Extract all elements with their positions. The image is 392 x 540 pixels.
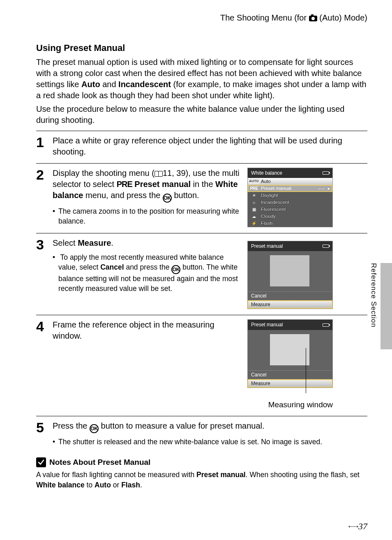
cancel-option[interactable]: Cancel (248, 291, 332, 300)
intro-paragraph-2: Use the procedure below to measure the w… (36, 104, 367, 126)
preset-manual-panel: Preset manual Cancel Measure (247, 241, 333, 309)
wb-item-flash[interactable]: ⚡ Flash (248, 220, 332, 227)
sun-icon: ☀ (249, 193, 258, 198)
step-4-figure: Preset manual Cancel Measure Measuring w… (247, 319, 333, 410)
measuring-window-caption: Measuring window (247, 399, 333, 410)
wb-item-preset-manual[interactable]: PRE Preset manual – – ▸ (248, 185, 332, 192)
page-number: ←→ 37 (347, 520, 367, 533)
white-balance-panel: White balance AUTO Auto PRE Preset manua… (247, 168, 333, 227)
step-number: 2 (36, 168, 48, 182)
step-5: 5 Press the OK button to measure a value… (36, 416, 367, 453)
camera-icon (309, 16, 317, 21)
panel-title: Preset manual (251, 243, 283, 249)
cancel-option[interactable]: Cancel (248, 370, 332, 379)
page-header: The Shooting Menu (for (Auto) Mode) (36, 12, 367, 23)
reference-glyph-icon: ←→ (347, 521, 357, 532)
panel-title-bar: White balance (248, 168, 332, 178)
wb-item-incandescent[interactable]: ☼ Incandescent (248, 199, 332, 206)
step-2-bullet: The camera zooms in to the position for … (58, 207, 242, 226)
panel-title-bar: Preset manual (248, 320, 332, 330)
step-2-bullets: The camera zooms in to the position for … (58, 207, 242, 226)
ok-icon: OK (171, 265, 180, 274)
preview-swatch (270, 255, 309, 286)
step-4-text: Frame the reference object in the measur… (53, 319, 242, 342)
step-1-text: Place a white or gray reference object u… (53, 135, 367, 157)
wb-item-daylight[interactable]: ☀ Daylight (248, 192, 332, 199)
step-3-text: Select Measure. (53, 238, 242, 249)
step-5-bullet: The shutter is released and the new whit… (58, 437, 367, 447)
chevron-right-icon: ▸ (328, 186, 330, 192)
step-number: 5 (36, 420, 48, 434)
ok-icon: OK (90, 424, 99, 433)
step-2-text: Display the shooting menu (11, 39), use … (53, 168, 242, 203)
measure-option[interactable]: Measure (248, 300, 332, 309)
step-3: 3 Select Measure. To apply the most rece… (36, 233, 367, 315)
step-3-bullet: To apply the most recently measured whit… (58, 253, 242, 293)
step-1: 1 Place a white or gray reference object… (36, 131, 367, 163)
side-tab (380, 263, 392, 349)
step-5-bullets: The shutter is released and the new whit… (58, 437, 367, 447)
steps-list: 1 Place a white or gray reference object… (36, 131, 367, 453)
measure-option[interactable]: Measure (248, 379, 332, 388)
fluorescent-icon: ▦ (249, 207, 258, 212)
callout-line (306, 348, 306, 393)
notes-section: Notes About Preset Manual A value for fl… (36, 457, 367, 490)
step-3-bullets: To apply the most recently measured whit… (58, 253, 242, 293)
intro-paragraph-1: The preset manual option is used with mi… (36, 57, 367, 101)
notes-heading: Notes About Preset Manual (36, 457, 367, 468)
section-title: Using Preset Manual (36, 42, 367, 54)
step-2: 2 Display the shooting menu (11, 39), us… (36, 163, 367, 233)
battery-icon (323, 245, 329, 248)
step-number: 1 (36, 135, 48, 149)
check-icon (36, 457, 46, 467)
step-number: 3 (36, 238, 48, 252)
preset-preview-area (248, 251, 332, 291)
wb-item-auto[interactable]: AUTO Auto (248, 178, 332, 185)
header-prefix: The Shooting Menu (for (220, 13, 309, 22)
cloud-icon: ☁ (249, 214, 258, 219)
side-label: Reference Section (369, 263, 378, 328)
panel-title: Preset manual (251, 321, 283, 328)
wb-item-fluorescent[interactable]: ▦ Fluorescent (248, 206, 332, 213)
preset-manual-panel-2: Preset manual Cancel Measure (247, 319, 333, 388)
step-number: 4 (36, 319, 48, 333)
flash-icon: ⚡ (249, 221, 258, 226)
pre-icon: PRE (249, 186, 258, 191)
preset-preview-area (248, 330, 332, 370)
bulb-icon: ☼ (249, 200, 258, 205)
auto-icon: AUTO (249, 179, 258, 184)
notes-body: A value for flash lighting cannot be mea… (36, 470, 367, 490)
battery-icon (323, 171, 329, 175)
wb-item-cloudy[interactable]: ☁ Cloudy (248, 213, 332, 220)
step-5-text: Press the OK button to measure a value f… (53, 420, 367, 433)
measuring-window-swatch (270, 334, 309, 365)
ok-icon: OK (163, 194, 172, 203)
panel-title: White balance (251, 170, 282, 176)
battery-icon (323, 323, 329, 327)
header-suffix: (Auto) Mode) (319, 13, 367, 22)
book-icon (154, 171, 163, 177)
step-4: 4 Frame the reference object in the meas… (36, 315, 367, 415)
panel-title-bar: Preset manual (248, 241, 332, 251)
pre-label: PRE (117, 180, 132, 189)
